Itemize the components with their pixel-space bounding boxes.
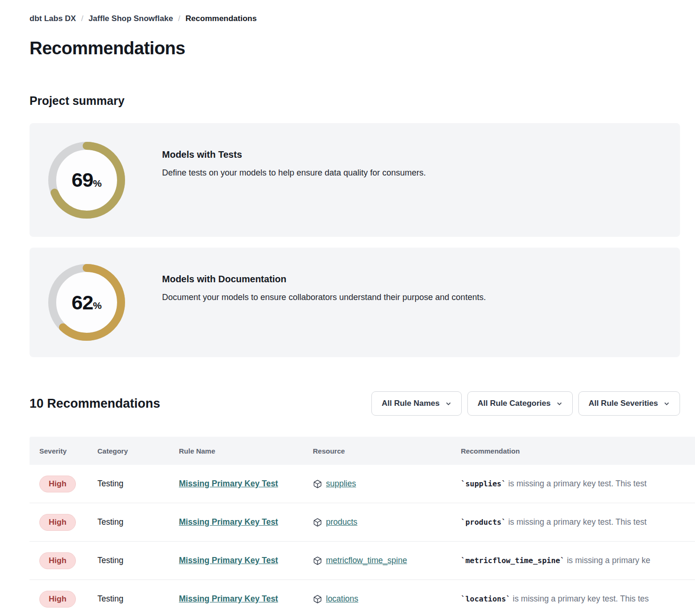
card-title-tests: Models with Tests	[162, 149, 426, 160]
table-row: HighTestingMissing Primary Key Testsuppl…	[30, 465, 695, 503]
project-summary-heading: Project summary	[30, 94, 695, 108]
column-header-severity: Severity	[39, 447, 97, 455]
table-header-row: Severity Category Rule Name Resource Rec…	[30, 437, 695, 465]
summary-card-docs: 62 % Models with Documentation Document …	[30, 248, 680, 357]
chevron-down-icon	[445, 401, 451, 407]
resource-code: `supplies`	[461, 479, 506, 488]
docs-percent-label: 62 %	[48, 264, 125, 341]
table-row: HighTestingMissing Primary Key Testmetri…	[30, 542, 695, 580]
recommendations-header: 10 Recommendations All Rule Names All Ru…	[30, 391, 680, 416]
table-row: HighTestingMissing Primary Key Testprodu…	[30, 503, 695, 542]
breadcrumb-item-project[interactable]: Jaffle Shop Snowflake	[89, 14, 173, 23]
card-description-docs: Document your models to ensure collabora…	[162, 293, 486, 302]
chevron-down-icon	[664, 401, 670, 407]
breadcrumb-item-current: Recommendations	[185, 14, 257, 23]
card-title-docs: Models with Documentation	[162, 274, 486, 285]
rule-name-link[interactable]: Missing Primary Key Test	[179, 556, 278, 565]
recommendation-cell: `metricflow_time_spine` is missing a pri…	[461, 556, 695, 565]
recommendation-cell: `locations` is missing a primary key tes…	[461, 594, 695, 604]
card-text-block: Models with Documentation Document your …	[162, 265, 486, 302]
rule-name-link[interactable]: Missing Primary Key Test	[179, 479, 278, 488]
resource-cell: metricflow_time_spine	[313, 556, 461, 565]
severity-badge: High	[39, 514, 76, 531]
recommendation-text: is missing a primary key test. This tes	[510, 594, 649, 603]
resource-code: `metricflow_time_spine`	[461, 556, 565, 565]
breadcrumb-separator: /	[178, 14, 180, 23]
resource-link[interactable]: metricflow_time_spine	[326, 556, 407, 565]
filter-bar: All Rule Names All Rule Categories All R…	[371, 391, 680, 416]
tests-percent-label: 69 %	[48, 142, 125, 219]
table-row: HighTestingMissing Primary Key Testlocat…	[30, 580, 695, 616]
recommendations-table: Severity Category Rule Name Resource Rec…	[30, 437, 695, 616]
filter-rule-categories-dropdown[interactable]: All Rule Categories	[467, 391, 573, 416]
resource-cell: locations	[313, 594, 461, 604]
filter-rule-severities-dropdown[interactable]: All Rule Severities	[578, 391, 680, 416]
column-header-category: Category	[97, 447, 179, 455]
filter-label: All Rule Categories	[478, 399, 551, 408]
filter-rule-names-dropdown[interactable]: All Rule Names	[371, 391, 462, 416]
breadcrumb: dbt Labs DX / Jaffle Shop Snowflake / Re…	[30, 14, 695, 23]
category-cell: Testing	[97, 556, 179, 565]
model-cube-icon	[313, 556, 322, 565]
chevron-down-icon	[556, 401, 562, 407]
recommendation-text: is missing a primary ke	[565, 556, 651, 565]
column-header-rule-name: Rule Name	[179, 447, 313, 455]
filter-label: All Rule Severities	[589, 399, 658, 408]
category-cell: Testing	[97, 517, 179, 527]
recommendation-cell: `supplies` is missing a primary key test…	[461, 479, 695, 489]
percent-sign: %	[93, 300, 102, 311]
recommendation-text: is missing a primary key test. This test	[506, 479, 646, 488]
summary-card-tests: 69 % Models with Tests Define tests on y…	[30, 123, 680, 237]
breadcrumb-item-account[interactable]: dbt Labs DX	[30, 14, 76, 23]
percent-value: 69	[72, 169, 93, 191]
model-cube-icon	[313, 518, 322, 527]
recommendation-text: is missing a primary key test. This test	[506, 517, 646, 527]
severity-badge: High	[39, 591, 76, 608]
recommendations-count-heading: 10 Recommendations	[30, 396, 160, 411]
breadcrumb-separator: /	[81, 14, 83, 23]
rule-name-link[interactable]: Missing Primary Key Test	[179, 517, 278, 527]
severity-badge: High	[39, 476, 76, 492]
card-text-block: Models with Tests Define tests on your m…	[162, 141, 426, 178]
model-cube-icon	[313, 594, 322, 604]
category-cell: Testing	[97, 594, 179, 604]
card-description-tests: Define tests on your models to help ensu…	[162, 168, 426, 178]
model-cube-icon	[313, 479, 322, 489]
resource-link[interactable]: products	[326, 517, 357, 527]
percent-sign: %	[93, 178, 102, 189]
page-title: Recommendations	[30, 38, 695, 59]
table-body: HighTestingMissing Primary Key Testsuppl…	[30, 465, 695, 616]
resource-code: `locations`	[461, 594, 510, 603]
recommendation-cell: `products` is missing a primary key test…	[461, 517, 695, 527]
severity-badge: High	[39, 552, 76, 569]
docs-donut-chart: 62 %	[48, 264, 125, 341]
resource-link[interactable]: locations	[326, 594, 358, 604]
filter-label: All Rule Names	[382, 399, 440, 408]
resource-cell: supplies	[313, 479, 461, 489]
rule-name-link[interactable]: Missing Primary Key Test	[179, 594, 278, 603]
tests-donut-chart: 69 %	[48, 142, 125, 219]
main-content: dbt Labs DX / Jaffle Shop Snowflake / Re…	[0, 0, 695, 616]
resource-link[interactable]: supplies	[326, 479, 356, 489]
category-cell: Testing	[97, 479, 179, 489]
column-header-recommendation: Recommendation	[461, 447, 695, 455]
column-header-resource: Resource	[313, 447, 461, 455]
resource-cell: products	[313, 517, 461, 527]
resource-code: `products`	[461, 518, 506, 527]
percent-value: 62	[72, 291, 93, 314]
